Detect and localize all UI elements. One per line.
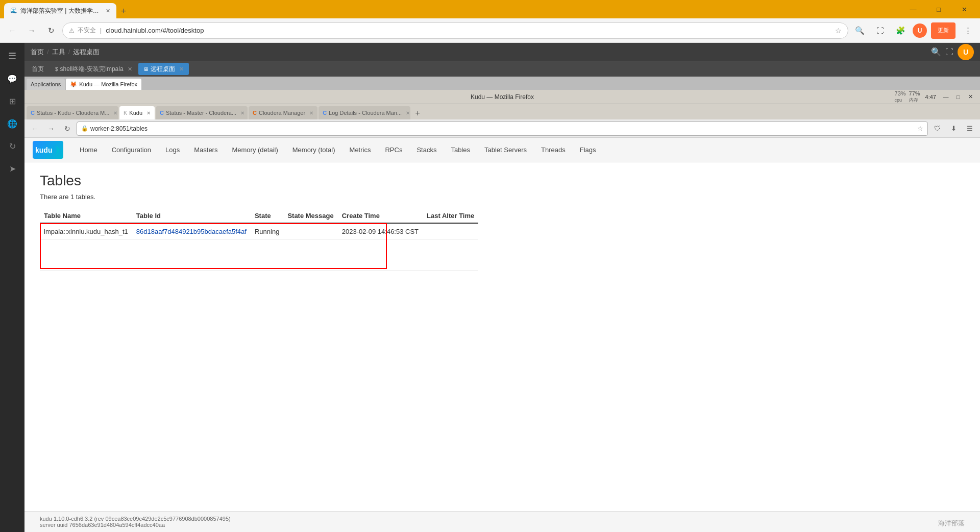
ff-tab-cloudera[interactable]: C Cloudera Manager ✕ bbox=[249, 106, 317, 119]
nav-logs[interactable]: Logs bbox=[159, 138, 186, 162]
breadcrumb-sep-1: / bbox=[47, 48, 49, 56]
nav-tables[interactable]: Tables bbox=[445, 138, 476, 162]
minimize-button[interactable]: — bbox=[901, 1, 925, 17]
nav-stacks[interactable]: Stacks bbox=[410, 138, 443, 162]
ff-tab-label-4: Log Details - Cloudera Man... bbox=[329, 110, 402, 116]
cell-last-alter-time bbox=[423, 223, 478, 240]
sidebar-icon-chat[interactable]: 💬 bbox=[2, 68, 22, 89]
home-tab-label: 首页 bbox=[32, 65, 44, 74]
browser-window: 🌊 海洋部落实验室 | 大数据学习云 ✕ + — □ ✕ ← → ↻ ⚠ 不安全… bbox=[0, 0, 980, 532]
ff-tab-close-0[interactable]: ✕ bbox=[113, 110, 117, 116]
nav-memory-detail[interactable]: Memory (detail) bbox=[226, 138, 284, 162]
bookmark-icon[interactable]: ☆ bbox=[835, 27, 842, 35]
firefox-title: Kudu — Mozilla Firefox bbox=[471, 93, 534, 101]
ff-tab-close-1[interactable]: ✕ bbox=[146, 110, 151, 116]
header-expand-icon[interactable]: ⛶ bbox=[945, 47, 953, 57]
ff-forward-button[interactable]: → bbox=[44, 122, 58, 136]
nav-tablet-servers[interactable]: Tablet Servers bbox=[478, 138, 533, 162]
ff-tab-kudu[interactable]: K Kudu ✕ bbox=[119, 106, 155, 119]
ff-menu-icon[interactable]: ☰ bbox=[963, 122, 977, 136]
update-button[interactable]: 更新 bbox=[931, 22, 955, 39]
ff-tab-close-3[interactable]: ✕ bbox=[309, 110, 313, 116]
ff-address-bar[interactable]: 🔒 worker-2:8051/tables ☆ bbox=[77, 122, 928, 136]
full-layout: 🌊 海洋部落实验室 | 大数据学习云 ✕ + — □ ✕ ← → ↻ ⚠ 不安全… bbox=[0, 0, 980, 532]
empty-row bbox=[40, 240, 478, 271]
ff-maximize[interactable]: □ bbox=[952, 92, 964, 102]
kudu-logo-img: kudu bbox=[33, 141, 63, 159]
sidebar-icon-globe[interactable]: 🌐 bbox=[2, 113, 22, 134]
col-table-name: Table Name bbox=[40, 209, 132, 223]
ff-url-text: worker-2:8051/tables bbox=[90, 125, 915, 132]
sidebar-icon-send[interactable]: ➤ bbox=[2, 158, 22, 179]
app-tab-shell[interactable]: $ shell终端-安装完impala ✕ bbox=[50, 63, 137, 75]
url-text: cloud.hainiubl.com/#/tool/desktop bbox=[106, 27, 832, 34]
new-tab-button[interactable]: + bbox=[116, 4, 131, 18]
user-avatar[interactable]: U bbox=[913, 23, 927, 38]
inner-tab-kudu[interactable]: 🦊 Kudu — Mozilla Firefox bbox=[66, 79, 141, 90]
ff-new-tab-button[interactable]: + bbox=[411, 107, 424, 119]
tab-favicon: 🌊 bbox=[10, 7, 17, 14]
browser-toolbar: ← → ↻ ⚠ 不安全 | cloud.hainiubl.com/#/tool/… bbox=[0, 18, 980, 43]
header-search-icon[interactable]: 🔍 bbox=[931, 47, 941, 57]
nav-rpcs[interactable]: RPCs bbox=[379, 138, 408, 162]
nav-threads[interactable]: Threads bbox=[535, 138, 572, 162]
nav-metrics[interactable]: Metrics bbox=[344, 138, 377, 162]
shell-tab-label: shell终端-安装完impala bbox=[60, 65, 124, 74]
app-tab-home[interactable]: 首页 bbox=[27, 63, 49, 75]
forward-button[interactable]: → bbox=[23, 22, 40, 39]
shell-tab-close[interactable]: ✕ bbox=[128, 66, 132, 72]
firefox-titlebar: Kudu — Mozilla Firefox 73% cpu 77% bbox=[24, 90, 980, 104]
sidebar-icon-apps[interactable]: ☰ bbox=[2, 46, 22, 66]
ff-bookmark-icon[interactable]: ☆ bbox=[917, 125, 923, 132]
ff-shield-icon[interactable]: 🛡 bbox=[930, 122, 944, 136]
ff-tab-close-4[interactable]: ✕ bbox=[406, 110, 410, 116]
ff-tab-log[interactable]: C Log Details - Cloudera Man... ✕ bbox=[318, 106, 410, 119]
fullscreen-button[interactable]: ⛶ bbox=[872, 22, 888, 39]
app-tab-desktop[interactable]: 🖥 远程桌面 ✕ bbox=[138, 63, 189, 75]
maximize-button[interactable]: □ bbox=[927, 1, 950, 17]
app-header: 首页 / 工具 / 远程桌面 🔍 ⛶ U bbox=[24, 43, 980, 61]
ff-tab-status-kudu[interactable]: C Status - Kudu - Cloudera M... ✕ bbox=[27, 106, 118, 119]
back-button[interactable]: ← bbox=[4, 22, 20, 39]
ff-tab-status-master[interactable]: C Status - Master - Cloudera... ✕ bbox=[156, 106, 248, 119]
ff-download-icon[interactable]: ⬇ bbox=[946, 122, 961, 136]
desktop-tab-icon: 🖥 bbox=[143, 66, 149, 72]
user-avatar-header[interactable]: U bbox=[958, 44, 974, 60]
menu-button[interactable]: ⋮ bbox=[960, 22, 976, 39]
col-last-alter-time: Last Alter Time bbox=[423, 209, 478, 223]
kudu-nav: kudu Home Configuration Logs Masters bbox=[24, 138, 980, 162]
page-title: Tables bbox=[40, 173, 965, 189]
breadcrumb-desktop[interactable]: 远程桌面 bbox=[73, 47, 100, 57]
sidebar-icon-refresh[interactable]: ↻ bbox=[2, 136, 22, 156]
nav-configuration[interactable]: Configuration bbox=[106, 138, 157, 162]
nav-flags[interactable]: Flags bbox=[574, 138, 602, 162]
ff-close[interactable]: ✕ bbox=[965, 92, 976, 102]
nav-memory-total[interactable]: Memory (total) bbox=[286, 138, 341, 162]
ff-minimize[interactable]: — bbox=[940, 92, 951, 102]
table-id-link[interactable]: 86d18aaf7d484921b95bdacaefa5f4af bbox=[136, 228, 247, 235]
search-button[interactable]: 🔍 bbox=[851, 22, 868, 39]
nav-home[interactable]: Home bbox=[74, 138, 104, 162]
address-bar[interactable]: ⚠ 不安全 | cloud.hainiubl.com/#/tool/deskto… bbox=[62, 22, 848, 39]
reload-button[interactable]: ↻ bbox=[43, 22, 59, 39]
browser-tab-active[interactable]: 🌊 海洋部落实验室 | 大数据学习云 ✕ bbox=[4, 3, 116, 18]
inner-tab-applications[interactable]: Applications bbox=[27, 79, 65, 90]
app-main: 首页 / 工具 / 远程桌面 🔍 ⛶ U 首页 bbox=[24, 43, 980, 532]
app-desktop: Applications 🦊 Kudu — Mozilla Firefox Ku… bbox=[24, 77, 980, 532]
ff-reload-button[interactable]: ↻ bbox=[60, 122, 75, 136]
nav-masters[interactable]: Masters bbox=[188, 138, 224, 162]
breadcrumb-home[interactable]: 首页 bbox=[31, 47, 44, 57]
desktop-tab-close[interactable]: ✕ bbox=[179, 66, 184, 72]
ff-toolbar: ← → ↻ 🔒 worker-2:8051/tables ☆ 🛡 bbox=[24, 119, 980, 138]
extensions-button[interactable]: 🧩 bbox=[892, 22, 909, 39]
ff-tab-label-3: Cloudera Manager bbox=[259, 110, 305, 116]
tab-close-btn[interactable]: ✕ bbox=[106, 8, 110, 14]
ff-back-button[interactable]: ← bbox=[28, 122, 42, 136]
kudu-footer: kudu 1.10.0-cdh6.3.2 (rev 09cea83ce09c42… bbox=[24, 511, 980, 532]
breadcrumb-tools[interactable]: 工具 bbox=[52, 47, 65, 57]
kudu-tab-favicon: 🦊 bbox=[70, 81, 77, 88]
ff-tab-close-2[interactable]: ✕ bbox=[240, 110, 244, 116]
sidebar-icon-grid[interactable]: ⊞ bbox=[2, 91, 22, 111]
close-button[interactable]: ✕ bbox=[952, 1, 976, 17]
ff-tab-favicon-4: C bbox=[323, 110, 327, 116]
